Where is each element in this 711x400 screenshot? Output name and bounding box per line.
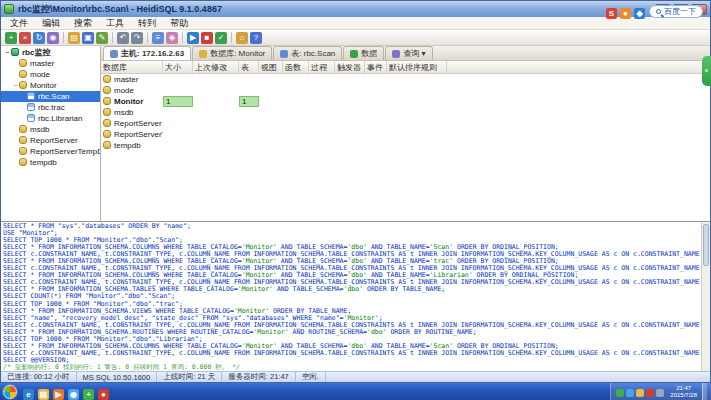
- grid-cell-modified: [193, 85, 239, 96]
- grid-cell-size: [163, 140, 193, 151]
- volume-tray-icon[interactable]: [656, 389, 664, 397]
- tree-toggle[interactable]: −: [4, 47, 11, 58]
- tree-item-db-monitor[interactable]: −Monitor: [1, 80, 100, 91]
- grid-cell-triggers: [335, 85, 365, 96]
- tree-item-table-rbc-trac[interactable]: rbc.trac: [1, 102, 100, 113]
- sogou-icon[interactable]: S: [606, 8, 617, 19]
- tab-query[interactable]: 查询 ▾: [385, 46, 432, 60]
- tree-item-db-tempdb[interactable]: tempdb: [1, 157, 100, 168]
- save-icon[interactable]: ▣: [82, 32, 94, 44]
- tree-item-db-reportservertempdb[interactable]: ReportServerTempDB: [1, 146, 100, 157]
- grid-col-collation[interactable]: 默认排序规则: [387, 61, 447, 74]
- database-icon: [103, 86, 111, 94]
- database-icon: [103, 75, 111, 83]
- taskbar-clock[interactable]: 21:47 2015/7/28: [668, 385, 699, 398]
- tree-item-session-rbc[interactable]: −rbc监控: [1, 47, 100, 58]
- grid-row-mode[interactable]: mode: [101, 85, 710, 96]
- log-scrollbar-thumb[interactable]: [703, 224, 709, 266]
- log-line: SELECT c.CONSTRAINT_NAME, t.CONSTRAINT_T…: [3, 265, 700, 272]
- grid-col-database[interactable]: 数据库: [101, 61, 163, 74]
- log-scrollbar[interactable]: [701, 222, 710, 371]
- tree-item-db-msdb[interactable]: msdb: [1, 124, 100, 135]
- grid-cell-modified: [193, 129, 239, 140]
- tree-item-table-rbc-scan[interactable]: rbc.Scan: [1, 91, 100, 102]
- grid-row-msdb[interactable]: msdb: [101, 107, 710, 118]
- disconnect-icon[interactable]: ×: [19, 32, 31, 44]
- grid-col-modified[interactable]: 上次修改: [193, 61, 239, 74]
- grid-cell-events: [365, 129, 387, 140]
- undo-icon[interactable]: ↶: [117, 32, 129, 44]
- grid-col-procedures[interactable]: 过程: [309, 61, 335, 74]
- green-app-icon[interactable]: +: [83, 389, 94, 400]
- update-tray-icon[interactable]: [636, 389, 644, 397]
- menu-file[interactable]: 文件: [3, 17, 35, 30]
- help-icon[interactable]: ?: [250, 32, 262, 44]
- log-line: SELECT @@VERSION;: [3, 357, 700, 364]
- network-tray-icon[interactable]: [626, 389, 634, 397]
- tab-bar: 主机: 172.16.2.63数据库: Monitor表: rbc.Scan数据…: [101, 46, 710, 61]
- tab-table[interactable]: 表: rbc.Scan: [273, 46, 342, 60]
- grid-row-master[interactable]: master: [101, 74, 710, 85]
- preferences-icon[interactable]: ◈: [166, 32, 178, 44]
- new-session-icon[interactable]: +: [5, 32, 17, 44]
- tree-item-table-rbc-librarian[interactable]: rbc.Librarian: [1, 113, 100, 124]
- export-icon[interactable]: ≡: [152, 32, 164, 44]
- grid-row-reportserver[interactable]: ReportServer: [101, 118, 710, 129]
- right-panel: 主机: 172.16.2.63数据库: Monitor表: rbc.Scan数据…: [101, 46, 710, 221]
- home-icon[interactable]: ⌂: [236, 32, 248, 44]
- grid-col-events[interactable]: 事件: [365, 61, 387, 74]
- orange-widget-icon[interactable]: ●: [620, 8, 631, 19]
- baidu-search-widget[interactable]: 百度一下: [649, 5, 703, 18]
- log-line: SELECT c.CONSTRAINT_NAME, t.CONSTRAINT_T…: [3, 322, 700, 329]
- floating-sidebar-capsule[interactable]: «: [702, 56, 711, 86]
- blue-widget-icon[interactable]: ◆: [634, 8, 645, 19]
- internet-explorer-icon[interactable]: e: [23, 389, 34, 400]
- open-file-icon[interactable]: ▤: [68, 32, 80, 44]
- status-bar: 已连接: 00:12 小时MS SQL 10.50.1600上线时间: 21 天…: [1, 371, 710, 382]
- refresh-icon[interactable]: ↻: [33, 32, 45, 44]
- qq-icon[interactable]: ◉: [68, 389, 79, 400]
- tab-data[interactable]: 数据: [343, 46, 384, 60]
- log-line: SELECT TOP 1000 * FROM "Monitor"."dbo"."…: [3, 301, 700, 308]
- grid-col-size[interactable]: 大小: [163, 61, 193, 74]
- show-desktop-button[interactable]: [702, 383, 707, 400]
- antivirus-tray-icon[interactable]: [646, 389, 654, 397]
- grid-row-tempdb[interactable]: tempdb: [101, 140, 710, 151]
- grid-cell-triggers: [335, 107, 365, 118]
- desktop: S●◆ 百度一下 « rbc监控\Monitor\rbc.Scan\ - Hei…: [0, 0, 711, 400]
- menu-tools[interactable]: 工具: [99, 17, 131, 30]
- grid-cell-events: [365, 96, 387, 107]
- start-button[interactable]: [3, 385, 17, 399]
- edit-data-icon[interactable]: ✎: [96, 32, 108, 44]
- grid-cell-triggers: [335, 118, 365, 129]
- toolbar-separator: [112, 32, 113, 43]
- menu-goto[interactable]: 转到: [131, 17, 163, 30]
- red-app-icon[interactable]: ●: [98, 389, 109, 400]
- grid-row-monitor[interactable]: Monitor11: [101, 96, 710, 107]
- tree-toggle[interactable]: −: [12, 80, 19, 91]
- stop-icon[interactable]: ■: [201, 32, 213, 44]
- grid-col-tables[interactable]: 表: [239, 61, 259, 74]
- sql-log[interactable]: SELECT * FROM "sys"."databases" ORDER BY…: [1, 221, 710, 371]
- redo-icon[interactable]: ↷: [131, 32, 143, 44]
- user-manager-icon[interactable]: ◉: [47, 32, 59, 44]
- grid-col-triggers[interactable]: 触发器: [335, 61, 365, 74]
- execute-sql-icon[interactable]: ▶: [187, 32, 199, 44]
- grid-row-reportservertempdb[interactable]: ReportServerTempDB: [101, 129, 710, 140]
- grid-col-functions[interactable]: 函数: [283, 61, 309, 74]
- menu-edit[interactable]: 编辑: [35, 17, 67, 30]
- tree-item-db-reportserver[interactable]: ReportServer: [1, 135, 100, 146]
- menu-help[interactable]: 帮助: [163, 17, 195, 30]
- log-line: SELECT * FROM INFORMATION_SCHEMA.COLUMNS…: [3, 272, 700, 279]
- tab-database[interactable]: 数据库: Monitor: [192, 46, 272, 60]
- tree-item-db-mode[interactable]: mode: [1, 69, 100, 80]
- tree-item-db-master[interactable]: master: [1, 58, 100, 69]
- explorer-folder-icon[interactable]: ▤: [38, 389, 49, 400]
- grid-cell-functions: [283, 129, 309, 140]
- commit-icon[interactable]: ✓: [215, 32, 227, 44]
- media-player-icon[interactable]: ▶: [53, 389, 64, 400]
- safety-tray-icon[interactable]: [616, 389, 624, 397]
- menu-search[interactable]: 搜索: [67, 17, 99, 30]
- grid-col-views[interactable]: 视图: [259, 61, 283, 74]
- tab-host[interactable]: 主机: 172.16.2.63: [103, 46, 191, 60]
